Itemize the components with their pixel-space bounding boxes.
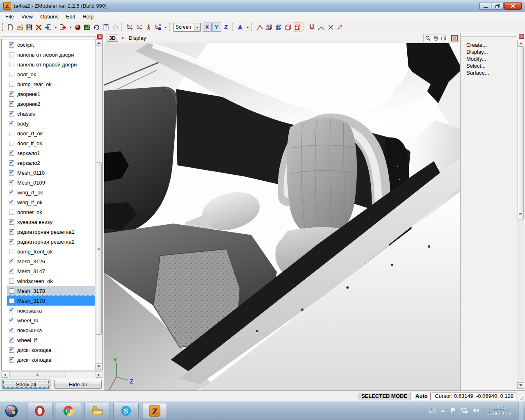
view-back-button[interactable]: < <box>121 35 125 41</box>
cube-polygons-button[interactable] <box>283 23 293 32</box>
weld-vertices-button[interactable] <box>317 23 326 32</box>
show-desktop-button[interactable] <box>518 402 523 420</box>
taskbar-app-explorer[interactable] <box>84 403 110 419</box>
menu-item-create[interactable]: Create... <box>466 41 511 48</box>
scene-notes-button[interactable] <box>101 23 111 32</box>
list-item[interactable]: Mesh_3126 <box>7 256 95 266</box>
objects-list[interactable]: cockpitпанель от левой дверипанель от пр… <box>1 39 103 370</box>
render-sphere-button[interactable] <box>73 23 82 32</box>
checkbox-checked[interactable] <box>9 219 14 225</box>
list-item[interactable]: Mesh_3178 <box>7 296 95 306</box>
checkbox-unchecked[interactable] <box>9 249 14 254</box>
material-editor-button[interactable] <box>82 23 92 32</box>
list-item[interactable]: windscreen_ok <box>7 276 95 286</box>
3d-canvas[interactable]: Y Z <box>104 43 460 390</box>
view-mode-button[interactable]: 3D <box>107 34 118 42</box>
dropdown-arrow-icon[interactable] <box>245 23 250 32</box>
axes-mode-2-button[interactable] <box>135 23 144 32</box>
list-item[interactable]: door_lf_ok <box>7 138 95 148</box>
language-indicator[interactable]: EN <box>429 408 436 414</box>
dropdown-arrow-icon[interactable] <box>163 23 168 32</box>
objects-list-hscrollbar[interactable] <box>1 371 103 378</box>
pan-tool-button[interactable] <box>432 34 440 42</box>
checkbox-checked[interactable] <box>9 160 14 166</box>
checkbox-unchecked[interactable] <box>9 62 14 67</box>
objects-panel-close-icon[interactable]: x <box>97 34 103 39</box>
export-button[interactable] <box>58 23 68 32</box>
dropdown-arrow-icon[interactable] <box>68 23 73 32</box>
checkbox-checked[interactable] <box>9 328 14 333</box>
checkbox-unchecked[interactable] <box>9 278 14 284</box>
axes-space-select[interactable]: Screen <box>173 23 201 32</box>
checkbox-checked[interactable] <box>9 42 14 48</box>
taskbar-app-opera[interactable] <box>27 403 52 419</box>
list-item[interactable]: wing_rf_ok <box>7 187 95 197</box>
toolbar-grip[interactable] <box>232 23 234 31</box>
list-item[interactable]: Mesh_0109 <box>7 178 95 187</box>
checkbox-checked[interactable] <box>9 121 14 126</box>
checkbox-unchecked[interactable] <box>9 141 14 146</box>
scroll-up-button[interactable] <box>517 40 524 46</box>
checkbox-checked[interactable] <box>9 101 14 107</box>
menu-options[interactable]: Options <box>37 13 62 21</box>
list-item[interactable]: chassis <box>7 109 95 119</box>
scroll-down-button[interactable] <box>96 363 102 370</box>
list-item[interactable]: панель от правой двери <box>7 59 95 69</box>
list-item[interactable]: диск+колодка <box>7 355 95 365</box>
axis-y-button[interactable]: Y <box>212 23 221 32</box>
toolbar-grip[interactable] <box>169 23 171 31</box>
list-item[interactable]: body <box>7 119 95 128</box>
menu-item-select[interactable]: Select... <box>466 62 511 69</box>
start-button[interactable] <box>3 403 20 419</box>
delete-button[interactable] <box>34 23 43 32</box>
list-item[interactable]: wing_lf_ok <box>7 197 95 207</box>
save-file-button[interactable] <box>25 23 34 32</box>
scroll-left-button[interactable] <box>2 372 8 378</box>
network-icon[interactable] <box>461 407 468 415</box>
animation-figure-button[interactable] <box>144 23 153 32</box>
list-item[interactable]: покрышка <box>7 306 95 315</box>
checkbox-unchecked[interactable] <box>9 52 14 57</box>
list-item[interactable]: радиаторная решетка1 <box>7 227 95 237</box>
checkbox-unchecked[interactable] <box>9 210 14 215</box>
list-item[interactable]: Mesh_0110 <box>7 168 95 178</box>
axis-z-button[interactable]: Z <box>221 23 231 32</box>
menu-edit[interactable]: Edit <box>62 13 79 21</box>
menu-item-surface[interactable]: Surface... <box>466 69 511 76</box>
toolbar-grip[interactable] <box>2 23 4 31</box>
checkbox-checked[interactable] <box>9 259 14 264</box>
list-item[interactable]: wheel_lb <box>7 315 95 325</box>
commands-panel-scrollbar[interactable] <box>517 40 524 389</box>
list-item[interactable]: зеркало2 <box>7 158 95 168</box>
checkbox-checked[interactable] <box>9 239 14 244</box>
axes-mode-3-button[interactable] <box>153 23 163 32</box>
new-file-button[interactable] <box>6 23 15 32</box>
list-item[interactable]: boot_ok <box>7 69 95 79</box>
list-item[interactable]: радиаторная решетка2 <box>7 237 95 247</box>
hidden-icons-button[interactable] <box>441 408 445 412</box>
checkbox-checked[interactable] <box>9 151 14 156</box>
clock[interactable]: 22:15 17.06.2013 <box>484 405 514 417</box>
list-item[interactable]: диск+колодка <box>7 345 95 355</box>
taskbar-app-skype[interactable]: S <box>113 403 139 419</box>
unweld-vertices-button[interactable] <box>326 23 336 32</box>
snap-grid-button[interactable] <box>336 23 345 32</box>
checkbox-checked[interactable] <box>9 180 14 185</box>
resize-grip[interactable] <box>518 395 524 401</box>
close-button[interactable] <box>504 2 522 10</box>
restore-button[interactable] <box>492 2 504 10</box>
taskbar-app-zmodeler[interactable]: ZZ <box>142 403 167 419</box>
list-item[interactable]: дворник2 <box>7 99 95 109</box>
checkbox-checked[interactable] <box>9 269 14 274</box>
toolbar-grip[interactable] <box>121 23 123 31</box>
checkbox-checked[interactable] <box>9 308 14 313</box>
magnet-button[interactable] <box>307 23 317 32</box>
minimize-button[interactable] <box>479 2 491 10</box>
list-item[interactable]: Mesh_3178 <box>7 286 95 296</box>
scroll-down-button[interactable] <box>517 382 524 389</box>
list-item[interactable]: Mesh_3147 <box>7 266 95 276</box>
volume-icon[interactable] <box>472 407 479 415</box>
cube-faces-button[interactable] <box>274 23 283 32</box>
checkbox-checked[interactable] <box>9 91 14 97</box>
undo-button[interactable] <box>92 23 101 32</box>
